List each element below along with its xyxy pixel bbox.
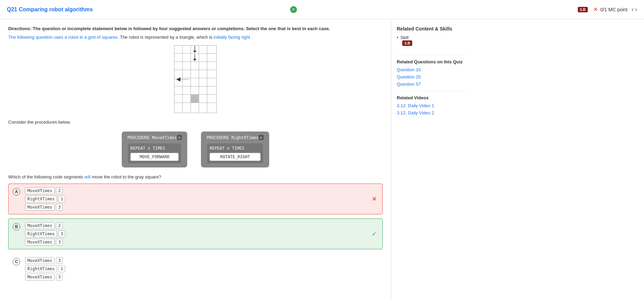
option-b-label2: RightXTimes (25, 230, 57, 237)
related-video-2[interactable]: 3.12: Daily Video 2 (397, 110, 468, 115)
related-questions-title: Related Questions on this Quiz (397, 59, 468, 64)
proc2-close[interactable]: x (259, 135, 264, 140)
option-a-line3: MoveXTimes 3 (25, 204, 65, 211)
proc1-repeat-label: REPEAT x TIMES (130, 146, 179, 151)
option-b-num3: 3 (56, 239, 63, 246)
option-c-num3: 3 (56, 274, 63, 280)
protect-icon: P (290, 6, 297, 13)
question-title: Q21 Comparing robot algorithms (7, 7, 287, 13)
option-b-num1: 2 (56, 222, 63, 229)
proc1-repeat-box: REPEAT x TIMES MOVE_FORWARD (127, 143, 182, 164)
option-b-line2: RightXTimes 3 (25, 230, 65, 237)
proc2-repeat-box: REPEAT x TIMES ROTATE_RIGHT (206, 143, 263, 164)
option-b-num2: 3 (58, 230, 65, 237)
robot-grid-svg (174, 45, 217, 113)
wrong-icon: ✕ (593, 6, 598, 13)
proc2-repeat-label: REPEAT x TIMES (210, 146, 260, 151)
sidebar-divider-1 (397, 55, 468, 55)
badge: 3.B (578, 7, 588, 12)
sidebar-divider-2 (397, 91, 468, 91)
procedure-title-2: PROCEDURE RightXTimes x (206, 135, 263, 140)
content-area: Directions: The question or incomplete s… (0, 19, 391, 300)
prev-arrow[interactable]: ‹ (632, 6, 634, 13)
option-c[interactable]: C MoveXTimes 3 RightXTimes 1 MoveXTimes … (8, 253, 383, 284)
proc2-title-text: PROCEDURE RightXTimes (206, 135, 259, 140)
option-a-num3: 3 (56, 204, 63, 211)
proc1-close[interactable]: x (177, 135, 182, 140)
question-text-1: Which of the following code segments (8, 174, 84, 179)
skill-badge: 3.B (402, 40, 412, 46)
proc1-action: MOVE_FORWARD (130, 153, 179, 161)
related-question-20[interactable]: Question 20 (397, 74, 468, 79)
option-b[interactable]: B MoveXTimes 2 RightXTimes 3 MoveXTimes … (8, 218, 383, 249)
grid-container (8, 45, 383, 114)
score-area: ✕ 0/1 MC point (593, 6, 628, 13)
option-c-line3: MoveXTimes 3 (25, 274, 65, 280)
question-text-2: move the robot to the gray square? (92, 174, 161, 179)
procedure-box-2: PROCEDURE RightXTimes x REPEAT x TIMES R… (201, 132, 269, 167)
subtitle-text: The following question uses a robot in a… (8, 35, 383, 40)
option-a-label2: RightXTimes (25, 196, 57, 202)
subtitle-blue-2: initially facing right (214, 35, 250, 40)
subtitle-period: . (251, 35, 253, 40)
related-videos-title: Related Videos (397, 95, 468, 100)
option-a-letter: A (13, 188, 20, 196)
related-video-1[interactable]: 3.12: Daily Video 1 (397, 103, 468, 108)
option-c-num2: 1 (58, 265, 65, 272)
option-b-label1: MoveXTimes (25, 222, 55, 229)
directions-text: Directions: The question or incomplete s… (8, 26, 383, 31)
sidebar: Related Content & Skills • Skill 3.B Rel… (391, 19, 473, 300)
option-b-content: MoveXTimes 2 RightXTimes 3 MoveXTimes 3 (25, 222, 65, 246)
option-a-result-icon: ✕ (372, 195, 377, 203)
related-question-57[interactable]: Question 57 (397, 82, 468, 87)
option-c-line1: MoveXTimes 3 (25, 257, 65, 264)
option-a-line1: MoveXTimes 2 (25, 187, 65, 194)
related-content-title: Related Content & Skills (397, 26, 468, 32)
proc1-title-text: PROCEDURE MoveXTimes (127, 135, 177, 140)
score-text: 0/1 MC point (600, 7, 628, 12)
option-a-content: MoveXTimes 2 RightXTimes 1 MoveXTimes 3 (25, 187, 65, 211)
option-b-label3: MoveXTimes (25, 239, 55, 246)
option-a-label1: MoveXTimes (25, 187, 55, 194)
subtitle-blue-1: The following question uses a robot in a… (8, 35, 119, 40)
option-b-line3: MoveXTimes 3 (25, 239, 65, 246)
main-layout: Directions: The question or incomplete s… (0, 19, 644, 300)
option-c-line2: RightXTimes 1 (25, 265, 65, 272)
option-a-num2: 1 (58, 196, 65, 202)
answer-options: A MoveXTimes 2 RightXTimes 1 MoveXTimes … (8, 184, 383, 284)
option-c-content: MoveXTimes 3 RightXTimes 1 MoveXTimes 3 (25, 257, 65, 280)
procedure-box-1: PROCEDURE MoveXTimes x REPEAT x TIMES MO… (122, 132, 187, 167)
question-blue: will (84, 174, 91, 179)
procedures-container: PROCEDURE MoveXTimes x REPEAT x TIMES MO… (8, 132, 383, 167)
option-c-label3: MoveXTimes (25, 274, 55, 280)
skill-label-text: Skill (401, 35, 409, 40)
proc2-action: ROTATE_RIGHT (210, 153, 260, 161)
procedure-title-1: PROCEDURE MoveXTimes x (127, 135, 182, 140)
svg-rect-12 (191, 95, 199, 103)
question-text: Which of the following code segments wil… (8, 174, 383, 179)
option-c-letter: C (13, 258, 20, 265)
option-a[interactable]: A MoveXTimes 2 RightXTimes 1 MoveXTimes … (8, 184, 383, 214)
option-a-num1: 2 (56, 187, 63, 194)
option-a-line2: RightXTimes 1 (25, 196, 65, 202)
option-c-label2: RightXTimes (25, 265, 57, 272)
skill-bullet: • Skill (397, 35, 468, 40)
option-b-result-icon: ✓ (372, 230, 377, 238)
subtitle-plain: The robot is represented by a triangle, … (120, 35, 214, 40)
option-b-letter: B (13, 223, 20, 230)
related-question-10[interactable]: Question 10 (397, 67, 468, 72)
option-a-label3: MoveXTimes (25, 204, 55, 211)
next-arrow[interactable]: › (635, 6, 637, 13)
consider-text: Consider the procedures below. (8, 120, 383, 125)
option-b-line1: MoveXTimes 2 (25, 222, 65, 229)
nav-arrows[interactable]: ‹ › (632, 6, 637, 13)
page-header: Q21 Comparing robot algorithms P 3.B ✕ 0… (0, 0, 644, 19)
option-c-label1: MoveXTimes (25, 257, 55, 264)
option-c-num1: 3 (56, 257, 63, 264)
